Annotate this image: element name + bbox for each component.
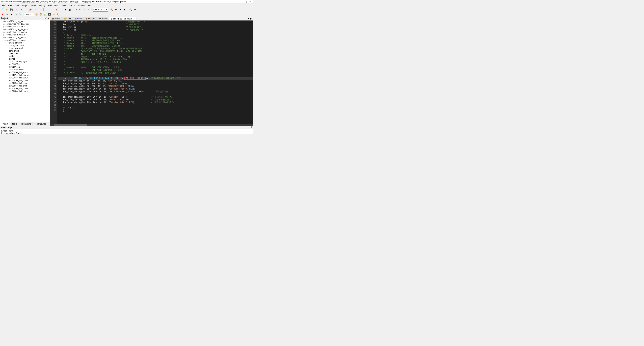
tree-item[interactable]: ▪cmsis_compiler.h [0, 44, 50, 47]
nav-fwd-button[interactable]: → [49, 8, 53, 12]
run-button[interactable]: ● [1, 13, 5, 17]
horizontal-scrollbar[interactable] [50, 124, 253, 126]
tab-close-icon[interactable]: ✕ [133, 18, 135, 20]
tree-item[interactable]: ▪stm32_hal_legacy.h [0, 60, 50, 63]
stop-button[interactable]: ■ [10, 13, 14, 17]
redo-button[interactable]: ↪ [38, 8, 42, 12]
can-dropdown[interactable]: CAN ▼ [24, 13, 34, 16]
menu-item-file[interactable]: File [1, 4, 6, 7]
open-file-button[interactable]: 📂 [5, 8, 9, 12]
uncomment-button[interactable]: /* [87, 8, 91, 12]
component-button[interactable]: 🔲 [48, 13, 52, 17]
project-tab-functions[interactable]: {}Functions [19, 122, 33, 126]
indent-button[interactable]: ⇥ [74, 8, 78, 12]
target-dropdown[interactable]: CAN_ID_EXT ▼ [92, 8, 108, 12]
menu-item-tools[interactable]: Tools [60, 4, 68, 7]
close-button[interactable]: ✕ [249, 1, 252, 3]
tree-item[interactable]: ▪mpu_armv7.h [0, 52, 50, 55]
menu-item-svcs[interactable]: SVCS [68, 4, 76, 7]
save-button[interactable]: 💾 [10, 8, 14, 12]
download-button[interactable]: ⬇ [118, 8, 122, 12]
build-button[interactable]: 🔨 [110, 8, 114, 12]
tab-scroll-left-icon[interactable]: ◀ [247, 18, 250, 20]
wizard-button[interactable]: 🔱 [34, 13, 38, 17]
tree-item[interactable]: ▪core_cm4.h [0, 50, 50, 52]
tree-item[interactable]: ▪stm32f4xx_hal_conf.h [0, 79, 50, 82]
menu-item-help[interactable]: Help [86, 4, 94, 7]
editor-tab-stm32-hal-can-c[interactable]: stm32f4xx_hal_can.c [84, 17, 109, 20]
menu-item-view[interactable]: View [14, 4, 20, 7]
code-editor[interactable]: 5051525354555657585960616263646566676869… [50, 21, 253, 124]
project-panel-title: Project [1, 17, 8, 20]
h-scrollbar-thumb[interactable] [54, 124, 87, 126]
tree-item[interactable]: ▪cmsis_armcc.h [0, 42, 50, 44]
tree-item[interactable]: ▶▪stm32f4xx_ll_fsmc.c [0, 34, 50, 36]
tree-item[interactable]: ▶▪stm32f4xx_hal_tim.c [0, 25, 50, 28]
minimize-button[interactable]: ─ [241, 1, 244, 3]
tree-item[interactable]: ▼▪stm32f4xx_hal_can.c [0, 39, 50, 42]
step-button[interactable]: ○ [5, 13, 9, 17]
settings-button[interactable]: ⚙ [133, 8, 137, 12]
project-tab-templates[interactable]: 🔧Templates [33, 122, 48, 126]
find-button[interactable]: 🔍 [129, 8, 133, 12]
editor-tab-can-c[interactable]: can.c [62, 17, 73, 20]
tree-item[interactable]: ▶▪stm32f4xx_hal_dma.c [0, 36, 50, 39]
project-tab-books[interactable]: Books [10, 122, 19, 126]
unindent-button[interactable]: ⇤ [78, 8, 82, 12]
undo-button[interactable]: ↩ [34, 8, 38, 12]
copy-button[interactable]: 📋 [24, 8, 28, 12]
tree-item[interactable]: ▶▪stm32f4xx_hal_uart.c [0, 20, 50, 23]
editor-tab-stm32-hal-can-h[interactable]: stm32f4xx_hal_can.h ✕ [109, 17, 136, 20]
maximize-button[interactable]: □ [245, 1, 248, 3]
tree-item[interactable]: ▪cmsis_version.h [0, 47, 50, 50]
peripherals-button[interactable]: 🔧 [18, 13, 22, 17]
tree-item[interactable]: ▪stm32f407xx.h [0, 63, 50, 66]
tree-item[interactable]: ▪stm32f4xx_hal_cortex.h [0, 82, 50, 84]
tree-item[interactable]: ▶▪stm32f4xx_hal_sram.c [0, 31, 50, 34]
tree-item[interactable]: ▪stm32f4xx_hal_adc_ex.h [0, 74, 50, 76]
bookmark-prev-button[interactable]: ⬆ [59, 8, 63, 12]
comment-button[interactable]: // [82, 8, 86, 12]
tree-item[interactable]: ▪stm32f4xx_hal_cryp.h [0, 87, 50, 90]
menu-item-flash[interactable]: Flash [30, 4, 38, 7]
editor-tab-can-h[interactable]: can.h [73, 17, 84, 20]
tree-item[interactable]: ▪stm32f4xx.h [0, 66, 50, 68]
bookmark-clear-button[interactable]: 🗑 [68, 8, 72, 12]
bookmark-next-button[interactable]: ⬇ [64, 8, 68, 12]
tree-item[interactable]: ▪stdint.h [0, 58, 50, 60]
menu-item-project[interactable]: Project [21, 4, 30, 7]
tree-item[interactable]: ▪stm32f4xx_hal_adc.h [0, 71, 50, 74]
tree-item[interactable]: ▪stm32f4xx_hal_can.h [0, 76, 50, 79]
debug-settings-button[interactable]: 🐛 [56, 13, 60, 17]
event-button[interactable]: ⚡ [52, 13, 56, 17]
menu-item-peripherals[interactable]: Peripherals [47, 4, 60, 7]
tree-item[interactable]: ▶▪stm32f4xx_hal_dma_ex.c [0, 23, 50, 25]
debug-start-button[interactable]: ▶ [123, 8, 127, 12]
tree-item[interactable]: ▪stddef.h [0, 55, 50, 58]
save-all-button[interactable]: 🗂 [14, 8, 18, 12]
project-panel-pin-icon[interactable]: 📌 [45, 17, 47, 20]
new-file-button[interactable]: 📄 [1, 8, 5, 12]
menu-item-edit[interactable]: Edit [7, 4, 13, 7]
menu-item-debug[interactable]: Debug [38, 4, 46, 7]
tree-item[interactable]: ▪stm32f4xx_hal_crc.h [0, 84, 50, 87]
project-tab-project[interactable]: Project [0, 122, 10, 126]
bookmark-button[interactable]: 🔖 [55, 8, 59, 12]
tree-item[interactable]: ▪stm32f4xx_hal.h [0, 68, 50, 71]
target-cfg-button[interactable]: 📊 [43, 13, 47, 17]
tree-item[interactable]: ▪stm32f4xx_hal_dac.h [0, 90, 50, 93]
step-over-button[interactable]: ↷ [14, 13, 18, 17]
project-panel-close-icon[interactable]: ✕ [48, 17, 49, 20]
tab-scroll-right-icon[interactable]: ▶ [250, 18, 252, 20]
code-content[interactable]: usmart_dev.init(84); /* 初始化USMART */ led… [57, 21, 253, 124]
nav-back-button[interactable]: ← [44, 8, 48, 12]
tree-item[interactable]: ▶▪stm32f4xx_hal_tim_ex.c [0, 28, 50, 31]
menu-item-window[interactable]: Window [76, 4, 86, 7]
build-line: Erase Done. [1, 130, 252, 132]
rebuild-button[interactable]: ⚙ [114, 8, 118, 12]
build-output-pin-icon[interactable]: 📌 [250, 126, 252, 129]
cut-button[interactable]: ✂ [20, 8, 24, 12]
paste-button[interactable]: 📌 [28, 8, 32, 12]
target-opt-button[interactable]: 🎯 [39, 13, 43, 17]
editor-tab-main-c[interactable]: main.c [50, 17, 62, 20]
